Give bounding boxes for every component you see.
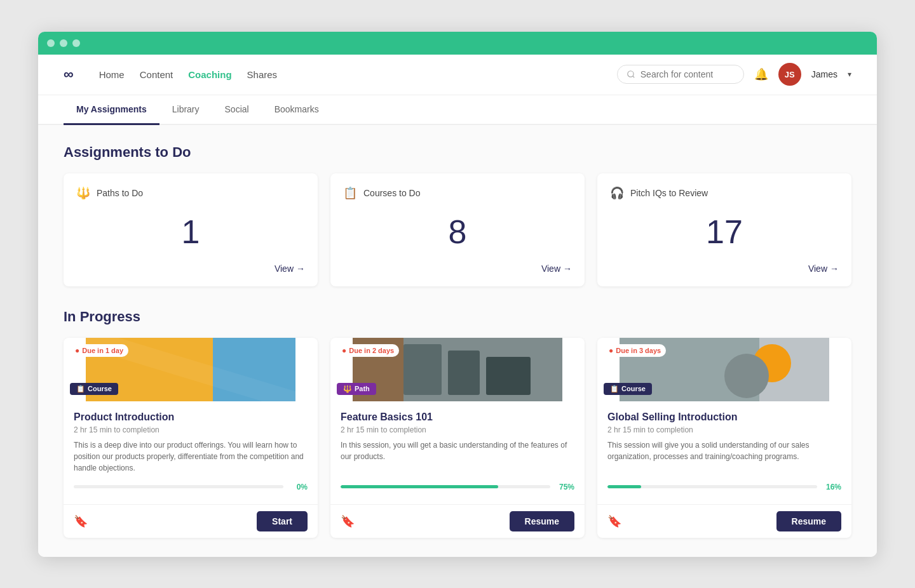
- courses-label: Courses to Do: [363, 188, 420, 198]
- card-body-2: Global Selling Introduction 2 hr 15 min …: [597, 401, 851, 504]
- card-desc-0: This is a deep dive into our product off…: [74, 439, 308, 474]
- user-name[interactable]: James: [811, 69, 837, 79]
- type-badge-1: 🔱 Path: [337, 383, 376, 395]
- paths-label: Paths to Do: [97, 188, 143, 198]
- type-badge-0: 📋 Course: [70, 383, 118, 395]
- nav-shares[interactable]: Shares: [247, 69, 278, 80]
- paths-icon: 🔱: [76, 186, 90, 200]
- resume-button-1[interactable]: Resume: [510, 511, 574, 531]
- sub-navigation: My Assignments Library Social Bookmarks: [38, 95, 877, 125]
- bookmark-icon-1[interactable]: 🔖: [341, 514, 355, 528]
- assignment-card-header-pitchiqs: 🎧 Pitch IQs to Review: [610, 186, 839, 200]
- svg-rect-7: [403, 344, 442, 395]
- svg-point-14: [724, 354, 769, 398]
- notification-bell-icon[interactable]: 🔔: [754, 67, 768, 81]
- progress-card-1: ● Due in 2 days 🔱 Path Feature Basics 10…: [330, 338, 585, 538]
- card-time-2: 2 hr 15 min to completion: [607, 425, 841, 434]
- pitchiqs-label: Pitch IQs to Review: [630, 188, 708, 198]
- card-desc-2: This session will give you a solid under…: [607, 439, 841, 474]
- subnav-library[interactable]: Library: [159, 95, 212, 125]
- progress-bar-bg-0: [74, 485, 283, 488]
- courses-count: 8: [343, 206, 572, 257]
- progress-bar-wrap-0: 0%: [74, 483, 308, 491]
- card-time-0: 2 hr 15 min to completion: [74, 425, 308, 434]
- progress-bar-wrap-2: 16%: [607, 483, 841, 491]
- assignment-card-paths: 🔱 Paths to Do 1 View →: [64, 173, 318, 286]
- logo[interactable]: ∞: [64, 66, 74, 83]
- progress-pct-2: 16%: [822, 483, 841, 491]
- svg-line-1: [632, 76, 634, 78]
- card-image-0: ● Due in 1 day 📋 Course: [64, 338, 318, 401]
- browser-titlebar: [38, 32, 877, 55]
- courses-icon: 📋: [343, 186, 357, 200]
- progress-pct-0: 0%: [288, 483, 308, 491]
- courses-view-link[interactable]: View →: [343, 264, 572, 274]
- nav-home[interactable]: Home: [99, 69, 125, 80]
- card-footer-1: 🔖 Resume: [330, 504, 585, 538]
- search-box[interactable]: [617, 65, 744, 84]
- user-dropdown-icon[interactable]: ▾: [848, 70, 851, 79]
- paths-view-arrow: →: [296, 264, 305, 274]
- nav-coaching[interactable]: Coaching: [188, 69, 231, 80]
- card-title-2: Global Selling Introduction: [607, 411, 841, 423]
- paths-view-link[interactable]: View →: [76, 264, 305, 274]
- progress-card-2: ● Due in 3 days 📋 Course Global Selling …: [597, 338, 851, 538]
- pitchiqs-count: 17: [610, 206, 839, 257]
- type-badge-2: 📋 Course: [604, 383, 652, 395]
- bookmark-icon-2[interactable]: 🔖: [607, 514, 621, 528]
- card-time-1: 2 hr 15 min to completion: [341, 425, 574, 434]
- paths-count: 1: [76, 206, 305, 257]
- pitchiqs-icon: 🎧: [610, 186, 624, 200]
- svg-rect-9: [486, 357, 531, 395]
- assignment-card-pitchiqs: 🎧 Pitch IQs to Review 17 View →: [597, 173, 851, 286]
- subnav-social[interactable]: Social: [212, 95, 262, 125]
- courses-view-arrow: →: [563, 264, 572, 274]
- progress-card-0: ● Due in 1 day 📋 Course Product Introduc…: [64, 338, 318, 538]
- in-progress-title: In Progress: [64, 309, 851, 325]
- search-icon: [627, 70, 635, 79]
- top-navigation: ∞ Home Content Coaching Shares 🔔 JS Jame…: [38, 55, 877, 95]
- assignments-section-title: Assignments to Do: [64, 144, 851, 161]
- card-image-2: ● Due in 3 days 📋 Course: [597, 338, 851, 401]
- pitchiqs-view-link[interactable]: View →: [610, 264, 839, 274]
- progress-bar-bg-2: [607, 485, 817, 488]
- card-desc-1: In this session, you will get a basic un…: [341, 439, 574, 474]
- nav-right: 🔔 JS James ▾: [617, 63, 851, 86]
- card-body-0: Product Introduction 2 hr 15 min to comp…: [64, 401, 318, 504]
- card-title-1: Feature Basics 101: [341, 411, 574, 423]
- due-badge-0: ● Due in 1 day: [70, 344, 128, 357]
- progress-bar-fill-2: [607, 485, 641, 488]
- progress-pct-1: 75%: [555, 483, 574, 491]
- assignment-card-courses: 📋 Courses to Do 8 View →: [330, 173, 585, 286]
- subnav-my-assignments[interactable]: My Assignments: [64, 95, 159, 125]
- due-badge-1: ● Due in 2 days: [337, 344, 399, 357]
- nav-content[interactable]: Content: [140, 69, 173, 80]
- card-title-0: Product Introduction: [74, 411, 308, 423]
- card-footer-0: 🔖 Start: [64, 504, 318, 538]
- assignment-card-header-courses: 📋 Courses to Do: [343, 186, 572, 200]
- progress-bar-wrap-1: 75%: [341, 483, 574, 491]
- subnav-bookmarks[interactable]: Bookmarks: [262, 95, 332, 125]
- resume-button-2[interactable]: Resume: [776, 511, 841, 531]
- browser-dot-yellow: [60, 39, 67, 47]
- card-footer-2: 🔖 Resume: [597, 504, 851, 538]
- avatar[interactable]: JS: [778, 63, 801, 86]
- progress-grid: ● Due in 1 day 📋 Course Product Introduc…: [64, 338, 851, 538]
- assignments-grid: 🔱 Paths to Do 1 View → 📋 Courses to Do 8…: [64, 173, 851, 286]
- main-content: Assignments to Do 🔱 Paths to Do 1 View →…: [38, 125, 877, 557]
- svg-point-0: [628, 71, 634, 77]
- nav-links: Home Content Coaching Shares: [99, 69, 277, 80]
- progress-bar-fill-1: [341, 485, 498, 488]
- card-image-1: ● Due in 2 days 🔱 Path: [330, 338, 585, 401]
- due-badge-2: ● Due in 3 days: [604, 344, 666, 357]
- browser-dot-red: [47, 39, 55, 47]
- start-button-0[interactable]: Start: [257, 511, 308, 531]
- bookmark-icon-0[interactable]: 🔖: [74, 514, 88, 528]
- browser-window: ∞ Home Content Coaching Shares 🔔 JS Jame…: [38, 32, 877, 557]
- assignment-card-header-paths: 🔱 Paths to Do: [76, 186, 305, 200]
- browser-dot-green: [72, 39, 80, 47]
- card-body-1: Feature Basics 101 2 hr 15 min to comple…: [330, 401, 585, 504]
- progress-bar-bg-1: [341, 485, 550, 488]
- pitchiqs-view-arrow: →: [830, 264, 839, 274]
- search-input[interactable]: [640, 69, 735, 79]
